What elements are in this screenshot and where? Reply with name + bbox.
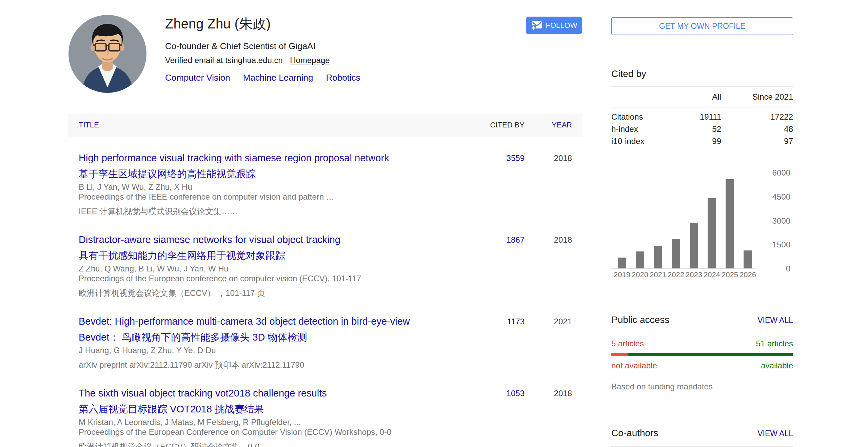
chart-bar[interactable] [618,258,626,268]
availability-bar-available [628,353,793,356]
article-row: The sixth visual object tracking vot2018… [68,370,583,447]
article-title-zh-link[interactable]: Bevdet： 鸟瞰视角下的高性能多摄像头 3D 物体检测 [79,329,484,345]
envelope-plus-icon [531,20,542,31]
main-column: Zheng Zhu (朱政) Co-founder & Chief Scient… [68,0,583,447]
chart-x-tick: 2022 [668,270,684,279]
interests: Computer VisionMachine LearningRobotics [165,73,373,83]
chart-x-tick: 2025 [722,270,738,279]
interest-link[interactable]: Robotics [326,73,360,83]
chart-x-tick: 2024 [704,270,720,279]
divider [611,332,793,332]
homepage-link[interactable]: Homepage [290,56,330,65]
citations-chart-plot [611,173,755,269]
chart-y-tick: 3000 [772,216,790,226]
article-year: 2018 [525,385,572,447]
not-available-count[interactable]: 5 articles [611,339,644,348]
article-venue-zh: arXiv preprint arXiv:2112.11790 arXiv 预印… [79,360,484,370]
articles-table-header: TITLE CITED BY YEAR [68,114,583,137]
article-cited-by-link[interactable]: 1867 [484,232,525,298]
chart-bar[interactable] [744,250,752,268]
interest-link[interactable]: Machine Learning [243,73,313,83]
article-year: 2021 [525,313,572,370]
article-main: The sixth visual object tracking vot2018… [79,385,484,447]
article-authors: J Huang, G Huang, Z Zhu, Y Ye, D Du [79,345,484,355]
chart-bar[interactable] [690,223,698,268]
sidebar: GET MY OWN PROFILE Cited by All Since 20… [611,0,793,447]
follow-button[interactable]: FOLLOW [526,17,582,34]
chart-y-tick: 1500 [772,240,790,249]
column-divider [602,15,602,447]
cited-by-row-since: 97 [721,135,793,147]
chart-bar[interactable] [654,246,662,268]
public-access-heading: Public access [611,314,669,326]
article-cited-by-link[interactable]: 1053 [484,385,525,447]
article-cited-by-link[interactable]: 3559 [484,150,525,216]
article-title-zh-link[interactable]: 第六届视觉目标跟踪 VOT2018 挑战赛结果 [79,401,484,417]
divider [611,446,793,447]
article-year: 2018 [525,150,572,216]
not-available-label: not available [611,361,657,370]
chart-y-tick: 0 [786,264,790,273]
cited-by-heading[interactable]: Cited by [611,68,646,80]
cited-by-row-label[interactable]: h-index [611,123,680,135]
chart-x-tick: 2019 [614,270,630,279]
chart-x-tick: 2020 [632,270,648,279]
cited-by-row-since: 17222 [721,111,793,123]
chart-y-tick: 4500 [772,192,790,202]
chart-bar[interactable] [708,198,716,268]
article-main: Bevdet: High-performance multi-camera 3d… [79,313,484,370]
article-title-link[interactable]: High performance visual tracking with si… [79,150,484,166]
coauthors-view-all-link[interactable]: VIEW ALL [757,429,793,438]
cited-by-row-all: 52 [680,123,721,135]
chart-bar[interactable] [636,251,644,268]
article-venue: Proceedings of the European Conference o… [79,427,484,437]
article-authors: Z Zhu, Q Wang, B Li, W Wu, J Yan, W Hu [79,264,484,273]
get-my-own-profile-button[interactable]: GET MY OWN PROFILE [611,17,793,35]
interest-link[interactable]: Computer Vision [165,73,230,83]
available-count[interactable]: 51 articles [756,339,793,348]
sort-by-title-link[interactable]: TITLE [79,121,484,129]
article-row: Bevdet: High-performance multi-camera 3d… [68,298,583,370]
chart-x-tick: 2021 [650,270,666,279]
verified-email-text: Verified email at tsinghua.edu.cn - [165,56,290,65]
article-title-link[interactable]: Distractor-aware siamese networks for vi… [79,232,484,248]
cited-by-row: h-index5248 [611,123,793,135]
cited-by-row-since: 48 [721,123,793,135]
public-access-section: Public access VIEW ALL 5 articles 51 art… [611,314,793,391]
citations-chart: 0150030004500600020192020202120222023202… [611,173,793,281]
verified-email: Verified email at tsinghua.edu.cn - Home… [165,56,373,65]
article-title-link[interactable]: The sixth visual object tracking vot2018… [79,385,484,401]
available-label: available [761,361,793,370]
chart-bar[interactable] [726,179,734,268]
chart-x-tick: 2026 [739,270,756,279]
article-venue: Proceedings of the European conference o… [79,273,484,283]
cited-by-row: i10-index9997 [611,135,793,147]
cited-by-row: Citations1911117222 [611,111,793,123]
article-title-link[interactable]: Bevdet: High-performance multi-camera 3d… [79,313,484,329]
divider [611,107,793,107]
article-authors: B Li, J Yan, W Wu, Z Zhu, X Hu [79,182,484,192]
cited-by-columns: All Since 2021 [611,87,793,107]
article-title-zh-link[interactable]: 基于孪生区域提议网络的高性能视觉跟踪 [79,166,484,182]
funding-mandates-note: Based on funding mandates [611,382,793,391]
article-venue-zh: 欧洲计算机视觉会议（ECCV）研讨会论文集，0-0 [79,442,484,447]
profile-photo-image [68,15,146,93]
article-cited-by-link[interactable]: 1173 [484,313,525,370]
cited-by-row-label[interactable]: Citations [611,111,680,123]
col-since-label: Since 2021 [721,92,793,102]
articles-list: High performance visual tracking with si… [68,137,583,447]
sort-by-year-link[interactable]: YEAR [525,121,572,129]
chart-y-tick: 6000 [772,168,790,178]
profile-photo[interactable] [68,15,146,93]
public-access-view-all-link[interactable]: VIEW ALL [757,316,793,325]
cited-by-section: Cited by All Since 2021 Citations1911117… [611,68,793,281]
article-venue-zh: IEEE 计算机视觉与模式识别会议论文集…… [79,206,484,216]
cited-by-row-all: 19111 [680,111,721,123]
article-title-zh-link[interactable]: 具有干扰感知能力的孪生网络用于视觉对象跟踪 [79,248,484,264]
follow-label: FOLLOW [546,21,577,30]
coauthors-section: Co-authors VIEW ALL [611,427,793,447]
chart-bar[interactable] [672,239,680,268]
article-main: Distractor-aware siamese networks for vi… [79,232,484,298]
cited-by-row-label[interactable]: i10-index [611,135,680,147]
article-row: Distractor-aware siamese networks for vi… [68,216,583,298]
